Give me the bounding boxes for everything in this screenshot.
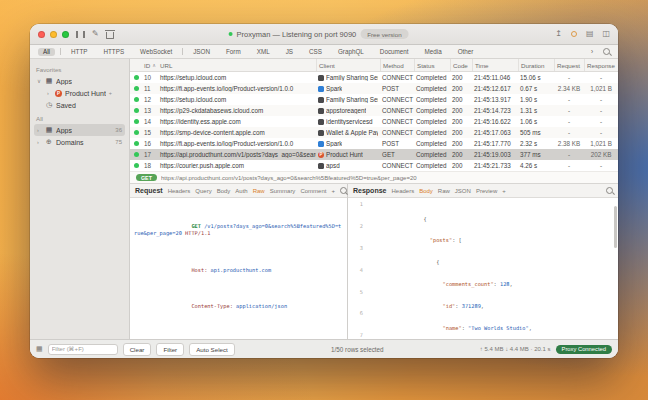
- cell-client: Family Sharing Service: [316, 74, 380, 81]
- table-row[interactable]: 15 https://smp-device-content.apple.com …: [130, 127, 618, 138]
- column-header-request[interactable]: Request: [554, 59, 584, 71]
- filter-chip[interactable]: Media: [420, 48, 447, 56]
- cell-client: apsd: [316, 162, 380, 169]
- table-row[interactable]: 16 https://fi.app-events.io/log/Product-…: [130, 138, 618, 149]
- sidebar-item[interactable]: Saved: [34, 99, 125, 111]
- filter-chip[interactable]: JSON: [188, 48, 215, 56]
- cell-response-size: 202 KB: [584, 151, 618, 158]
- scrollbar[interactable]: [614, 206, 617, 248]
- sidebar-item[interactable]: ∨ Apps: [34, 75, 125, 87]
- request-tab[interactable]: Auth: [235, 188, 247, 194]
- cell-id: 16: [142, 140, 158, 147]
- sidebar-item[interactable]: › Product Hunt +: [44, 87, 125, 99]
- response-tab[interactable]: JSON: [455, 188, 471, 194]
- column-header-time[interactable]: Time: [472, 59, 518, 71]
- chevron-icon[interactable]: ›: [37, 139, 42, 145]
- sidebar-item-icon: [45, 101, 53, 109]
- sidebar-toggle-icon[interactable]: ◫: [602, 30, 610, 38]
- filter-chip-all[interactable]: All: [38, 48, 55, 56]
- column-header-id[interactable]: ID∧: [142, 59, 158, 71]
- column-header-code[interactable]: Code: [450, 59, 472, 71]
- filter-chip[interactable]: HTTP: [66, 48, 92, 56]
- clear-session-icon[interactable]: [106, 30, 114, 39]
- response-line: 5 "id": 371289,: [352, 289, 614, 311]
- search-icon[interactable]: [603, 48, 610, 55]
- chevron-icon[interactable]: ›: [37, 127, 42, 133]
- layout-icon[interactable]: ▤: [586, 30, 594, 38]
- minimize-button[interactable]: [50, 31, 57, 38]
- more-filters-chevron[interactable]: ›: [586, 48, 598, 56]
- auto-select-button[interactable]: Auto Select: [189, 343, 235, 356]
- clear-button[interactable]: Clear: [123, 343, 152, 356]
- cell-method: POST: [380, 140, 414, 147]
- request-tab[interactable]: Body: [217, 188, 231, 194]
- column-header-url[interactable]: URL: [158, 59, 316, 71]
- sidebar-item-count: 36: [115, 127, 122, 133]
- cell-request-size: -: [554, 107, 584, 114]
- filter-chip[interactable]: CSS: [304, 48, 327, 56]
- table-row[interactable]: 12 https://setup.icloud.com Family Shari…: [130, 94, 618, 105]
- selected-url[interactable]: https://api.producthunt.com/v1/posts?day…: [161, 175, 417, 181]
- proxy-status-pill: Proxy Connected: [556, 345, 612, 354]
- request-tab[interactable]: Query: [195, 188, 211, 194]
- sidebar-item[interactable]: › Domains 75: [34, 136, 125, 148]
- response-tab[interactable]: Preview: [476, 188, 497, 194]
- chevron-icon[interactable]: ›: [47, 90, 52, 96]
- column-header-client[interactable]: Client: [316, 59, 380, 71]
- table-row[interactable]: 11 https://fi.app-events.io/log/Product-…: [130, 83, 618, 94]
- filter-chip[interactable]: HTTPS: [98, 48, 129, 56]
- search-icon[interactable]: [606, 187, 613, 194]
- table-row[interactable]: 18 https://courier.push.apple.com apsd C…: [130, 160, 618, 171]
- table-row[interactable]: 14 https://identity.ess.apple.com identi…: [130, 116, 618, 127]
- column-header-status[interactable]: Status: [414, 59, 450, 71]
- response-tab[interactable]: Raw: [438, 188, 450, 194]
- search-icon[interactable]: [340, 187, 347, 194]
- filter-chip[interactable]: WebSocket: [135, 48, 177, 56]
- client-name: Wallet & Apple Pay (p…: [326, 129, 378, 136]
- filter-chip[interactable]: XML: [252, 48, 275, 56]
- response-tab[interactable]: +: [502, 188, 506, 194]
- table-row[interactable]: 10 https://setup.icloud.com Family Shari…: [130, 72, 618, 83]
- table-row[interactable]: 17 https://api.producthunt.com/v1/posts?…: [130, 149, 618, 160]
- filter-chip[interactable]: Form: [221, 48, 246, 56]
- edit-icon[interactable]: ✎: [92, 30, 99, 38]
- proxyman-window: ✎ Proxyman — Listening on port 9090 Free…: [30, 24, 618, 358]
- table-row[interactable]: 13 https://p29-ckdatabasews.icloud.com a…: [130, 105, 618, 116]
- cell-code: 200: [450, 118, 472, 125]
- sidebar-item-icon: [45, 126, 53, 134]
- filter-chip[interactable]: JS: [281, 48, 298, 56]
- request-tab[interactable]: Comment: [300, 188, 326, 194]
- apps-grid-icon[interactable]: ▦: [36, 345, 43, 353]
- filter-button[interactable]: Filter: [156, 343, 184, 356]
- request-raw-body[interactable]: GET /v1/posts?days_ago=0&search%5Bfeatur…: [130, 198, 347, 339]
- filter-chip[interactable]: Other: [453, 48, 479, 56]
- cell-id: 10: [142, 74, 158, 81]
- cell-method: CONNECT: [380, 162, 414, 169]
- response-tab[interactable]: Body: [419, 188, 433, 194]
- sidebar-filter-input[interactable]: [48, 344, 118, 355]
- record-icon[interactable]: [571, 31, 577, 37]
- sidebar-item[interactable]: › Apps 36: [34, 124, 125, 136]
- column-header-method[interactable]: Method: [380, 59, 414, 71]
- request-tab[interactable]: Headers: [168, 188, 191, 194]
- response-json-body[interactable]: 1 { 2 "posts": [: [348, 198, 618, 339]
- share-icon[interactable]: ↥: [555, 30, 562, 38]
- client-app-icon: [318, 108, 324, 114]
- filter-chip[interactable]: GraphQL: [333, 48, 369, 56]
- content-filter-bar: All HTTPHTTPSWebSocket JSONFormXMLJSCSSG…: [30, 45, 618, 59]
- column-header-response[interactable]: Response: [584, 59, 618, 71]
- cell-status: Completed: [414, 118, 450, 125]
- chevron-icon[interactable]: ∨: [37, 78, 42, 84]
- client-app-icon: [318, 86, 324, 92]
- filter-chip[interactable]: Document: [375, 48, 414, 56]
- zoom-button[interactable]: [62, 31, 69, 38]
- pause-icon[interactable]: [76, 31, 85, 38]
- request-tab[interactable]: Raw: [253, 188, 265, 194]
- request-tab[interactable]: +: [331, 188, 335, 194]
- close-button[interactable]: [38, 31, 45, 38]
- cell-time: 21:45:19.003: [472, 151, 518, 158]
- column-header-duration[interactable]: Duration: [518, 59, 554, 71]
- request-tab[interactable]: Summary: [270, 188, 296, 194]
- response-tab[interactable]: Headers: [391, 188, 414, 194]
- response-panel-header: Response HeadersBodyRawJSONPreview+: [348, 184, 618, 198]
